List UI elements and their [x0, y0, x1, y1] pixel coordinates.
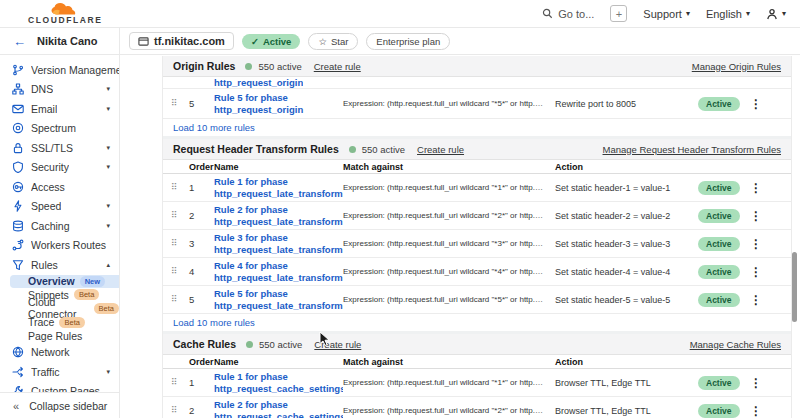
drag-handle-icon[interactable]: ⠿ [171, 183, 189, 192]
sidebar: Version ManagementDNS▾Email▾SpectrumSSL/… [0, 55, 120, 418]
sidebar-item-label: Email [31, 103, 57, 115]
kebab-menu-icon[interactable]: ⋮ [746, 237, 762, 251]
account-menu[interactable]: ▾ [766, 8, 786, 20]
sidebar-item-label: Caching [31, 220, 70, 232]
rule-name-link[interactable]: Rule 2 for phasehttp_request_late_transf… [214, 204, 343, 227]
rule-order: 3 [189, 238, 214, 249]
chevron-down-icon: ▾ [106, 163, 110, 171]
sidebar-item-email[interactable]: Email▾ [0, 99, 119, 119]
top-nav: CLOUDFLARE Go to... + Support ▾ English … [0, 0, 800, 28]
goto-label: Go to... [558, 8, 594, 20]
kebab-menu-icon[interactable]: ⋮ [746, 97, 762, 111]
rule-name-link[interactable]: Rule 3 for phasehttp_request_late_transf… [214, 232, 343, 255]
drag-handle-icon[interactable]: ⠿ [171, 295, 189, 304]
sidebar-item-dns[interactable]: DNS▾ [0, 80, 119, 100]
create-rule-link[interactable]: Create rule [314, 61, 361, 72]
goto-search[interactable]: Go to... [542, 8, 594, 20]
rule-action: Set static header-2 = value-2 [555, 211, 698, 221]
drag-handle-icon[interactable]: ⠿ [171, 406, 189, 415]
rule-name-link[interactable]: Rule 1 for phasehttp_request_late_transf… [214, 176, 343, 199]
load-more-link[interactable]: Load 10 more rules [173, 317, 255, 328]
sidebar-item-ssl-tls[interactable]: SSL/TLS▾ [0, 138, 119, 158]
sidebar-item-security[interactable]: Security▾ [0, 158, 119, 178]
beta-badge: Beta [59, 317, 84, 328]
drag-handle-icon[interactable]: ⠿ [171, 239, 189, 248]
drag-handle-icon[interactable]: ⠿ [171, 99, 189, 108]
column-header-row: OrderNameMatch againstAction [163, 355, 791, 369]
section-cache-rules: Cache Rules550 activeCreate ruleManage C… [163, 334, 791, 418]
sidebar-item-access[interactable]: Access [0, 177, 119, 197]
sidebar-item-spectrum[interactable]: Spectrum [0, 119, 119, 139]
kebab-menu-icon[interactable]: ⋮ [746, 404, 762, 418]
chevron-down-icon: ▾ [106, 105, 110, 113]
sidebar-item-traffic[interactable]: Traffic▾ [0, 362, 119, 382]
rule-name-link[interactable]: Rule 4 for phasehttp_request_late_transf… [214, 260, 343, 283]
table-row: ⠿1Rule 1 for phasehttp_request_cache_set… [163, 369, 791, 397]
rule-order: 2 [189, 405, 214, 416]
rule-expression: Expression: (http.request.full_uri wildc… [343, 267, 555, 276]
sidebar-item-label: Trace [28, 316, 54, 328]
sidebar-item-trace[interactable]: TraceBeta [10, 315, 119, 329]
sidebar-item-label: SSL/TLS [31, 142, 73, 154]
rule-expression: Expression: (http.request.full_uri wildc… [343, 406, 555, 415]
rule-order: 2 [189, 210, 214, 221]
sidebar-item-label: Overview [28, 275, 75, 287]
manage-rules-link[interactable]: Manage Request Header Transform Rules [603, 144, 781, 155]
manage-rules-link[interactable]: Manage Cache Rules [690, 339, 781, 350]
cloudflare-logo[interactable]: CLOUDFLARE [28, 3, 103, 25]
rule-order: 1 [189, 377, 214, 388]
column-order: Order [189, 357, 214, 367]
cloudflare-cloud-icon [50, 3, 80, 15]
sidebar-item-overview[interactable]: OverviewNew [10, 275, 119, 289]
plan-badge: Enterprise plan [366, 33, 450, 50]
manage-rules-link[interactable]: Manage Origin Rules [692, 61, 781, 72]
sidebar-item-cloud-connector[interactable]: Cloud ConnectorBeta [10, 302, 119, 316]
shield-icon [12, 161, 24, 173]
column-order: Order [189, 162, 214, 172]
back-arrow-icon[interactable]: ← [13, 34, 26, 49]
rule-action: Set static header-4 = value-4 [555, 267, 698, 277]
kebab-menu-icon[interactable]: ⋮ [746, 209, 762, 223]
rule-name-link[interactable]: Rule 1 for phasehttp_request_cache_setti… [214, 371, 343, 394]
create-rule-link[interactable]: Create rule [314, 339, 361, 350]
cloudflare-wordmark: CLOUDFLARE [28, 16, 103, 25]
rule-name-link[interactable]: Rule 2 for phasehttp_request_cache_setti… [214, 399, 343, 418]
drag-handle-icon[interactable]: ⠿ [171, 378, 189, 387]
scrollbar-thumb[interactable] [792, 252, 797, 322]
star-button[interactable]: ☆ Star [308, 33, 358, 50]
sidebar-item-caching[interactable]: Caching▾ [0, 216, 119, 236]
collapse-sidebar-button[interactable]: « Collapse sidebar [0, 392, 120, 418]
status-badge: Active [698, 404, 740, 418]
sidebar-item-workers-routes[interactable]: Workers Routes [0, 236, 119, 256]
active-count: 550 active [362, 144, 405, 155]
kebab-menu-icon[interactable]: ⋮ [746, 265, 762, 279]
sidebar-item-version-management[interactable]: Version Management [0, 60, 119, 80]
sidebar-item-rules[interactable]: Rules▴ [0, 255, 119, 275]
load-more-link[interactable]: Load 10 more rules [173, 122, 255, 133]
drag-handle-icon[interactable]: ⠿ [171, 211, 189, 220]
rule-name-link[interactable]: Rule 5 for phasehttp_request_origin [214, 92, 343, 115]
rule-name-link[interactable]: Rule 5 for phasehttp_request_late_transf… [214, 288, 343, 311]
website-icon [138, 36, 149, 47]
sidebar-item-network[interactable]: Network [0, 342, 119, 362]
chevron-down-icon: ▾ [106, 222, 110, 230]
chevron-down-icon: ▾ [746, 9, 750, 18]
spectrum-icon [12, 122, 24, 134]
sidebar-item-label: Spectrum [31, 122, 76, 134]
sidebar-item-page-rules[interactable]: Page Rules [10, 329, 119, 343]
kebab-menu-icon[interactable]: ⋮ [746, 181, 762, 195]
kebab-menu-icon[interactable]: ⋮ [746, 293, 762, 307]
drag-handle-icon[interactable]: ⠿ [171, 267, 189, 276]
dns-icon [12, 83, 24, 95]
column-name: Name [214, 162, 343, 172]
chevron-down-icon: ▾ [106, 85, 110, 93]
create-rule-link[interactable]: Create rule [417, 144, 464, 155]
kebab-menu-icon[interactable]: ⋮ [746, 376, 762, 390]
rule-name-link[interactable]: http_request_origin [214, 77, 303, 89]
add-button[interactable]: + [610, 5, 627, 22]
support-menu[interactable]: Support ▾ [643, 8, 690, 20]
sidebar-item-speed[interactable]: Speed▾ [0, 197, 119, 217]
zone-selector[interactable]: tf.nikitac.com [129, 32, 234, 50]
status-badge: Active [698, 181, 740, 195]
language-menu[interactable]: English ▾ [706, 8, 750, 20]
